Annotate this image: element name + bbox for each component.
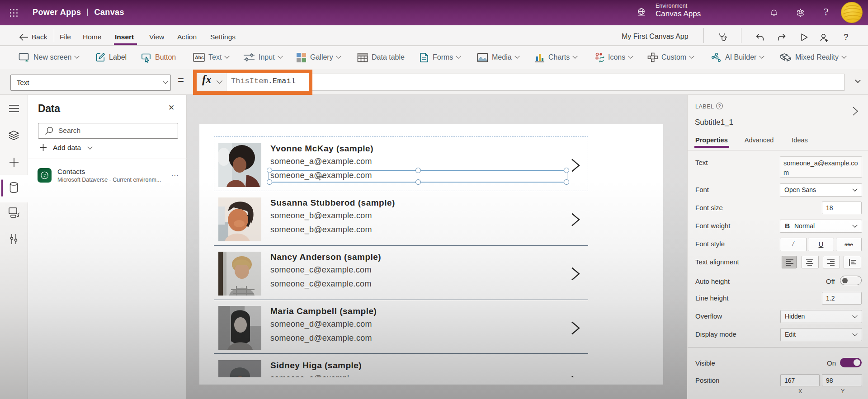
svg-text:Abc: Abc (195, 55, 204, 60)
